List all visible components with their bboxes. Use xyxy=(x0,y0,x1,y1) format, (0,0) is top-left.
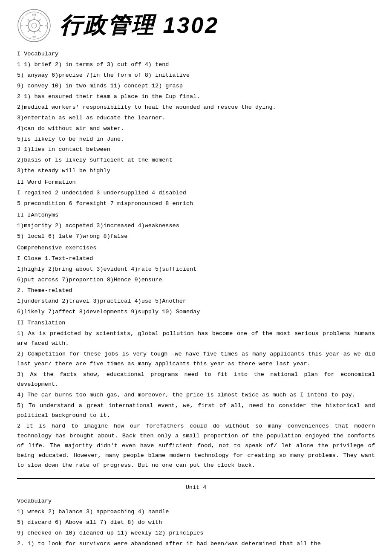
unit4-vocabulary-label: Vocabulary xyxy=(17,497,375,506)
word-formation-line-2: 5 precondition 6 foresight 7 mispronounc… xyxy=(17,199,375,209)
svg-line-11 xyxy=(28,30,30,32)
word-formation-label: II Word Formation xyxy=(17,178,375,188)
vocab-line-1: 1 1) brief 2) in terms of 3) cut off 4) … xyxy=(17,60,375,70)
word-formation-line-1: I regained 2 undecided 3 undersupplied 4… xyxy=(17,188,375,198)
comp-close-line-1: 1)highly 2)bring about 3)evident 4)rate … xyxy=(17,265,375,275)
comp-theme-line-2: 6)likely 7)affect 8)developments 9)suppl… xyxy=(17,307,375,317)
page-header: 石油 管理 中 气 行政管理 1302 xyxy=(17,9,375,43)
comp-close-line-2: 6)put across 7)proportion 8)Hence 9)ensu… xyxy=(17,275,375,285)
translation-label: II Translation xyxy=(17,318,375,328)
vocabulary-label: I Vocabulary xyxy=(17,49,375,59)
vocab2-line-4: 5)is likely to be held in June. xyxy=(17,135,375,145)
translation-4: 4) The car burns too much gas, and moreo… xyxy=(17,390,375,400)
unit4-vocab-line-3: 9) checked on 10) cleaned up 11) weekly … xyxy=(17,529,375,538)
vocab-line-2: 5) anyway 6)precise 7)in the form of 8) … xyxy=(17,71,375,81)
vocab3-line-0: 3 1)lies in contact between xyxy=(17,145,375,155)
unit4-vocab-line-2: 5) discard 6) Above all 7) diet 8) do wi… xyxy=(17,518,375,528)
antonyms-line-2: 5) local 6) late 7)wrong 8)false xyxy=(17,232,375,242)
vocab2-line-2: 3)entertain as well as educate the learn… xyxy=(17,113,375,123)
comp-close-label: I Close 1.Text-related xyxy=(17,254,375,264)
unit4-last-line: 2. 1) to look for survivors were abandon… xyxy=(17,539,375,549)
antonyms-line-1: 1)majority 2) accpeted 3)increased 4)wea… xyxy=(17,221,375,231)
unit4-label: Unit 4 xyxy=(17,483,375,493)
unit4-vocab-line-1: 1) wreck 2) balance 3) approaching 4) ha… xyxy=(17,507,375,517)
vocab2-line-0: 2 1) has ensured their team a place in t… xyxy=(17,92,375,102)
vocab-line-3: 9) convey 10) in two minds 11) concept 1… xyxy=(17,81,375,91)
comp-theme-line-1: 1)understand 2)travel 3)practical 4)use … xyxy=(17,297,375,306)
vocab2-line-3: 4)can do without air and water. xyxy=(17,124,375,134)
main-content: I Vocabulary 1 1) brief 2) in terms of 3… xyxy=(17,49,375,549)
vocab3-line-2: 3)the steady will be highly xyxy=(17,166,375,176)
svg-line-9 xyxy=(38,30,40,32)
vocab3-line-1: 2)basis of is likely sufficient at the m… xyxy=(17,156,375,165)
comprehensive-label: Comprehensive exercises xyxy=(17,243,375,253)
vocab2-line-1: 2)medical workers' responsibility to hea… xyxy=(17,103,375,113)
section-divider xyxy=(17,478,375,479)
svg-text:管理: 管理 xyxy=(32,36,36,38)
svg-point-2 xyxy=(28,20,40,32)
school-logo: 石油 管理 中 气 xyxy=(17,9,51,43)
translation-5: 5) To understand a great international e… xyxy=(17,401,375,421)
comp-theme-label: 2. Theme-related xyxy=(17,286,375,296)
page-title: 行政管理 1302 xyxy=(60,11,219,40)
svg-text:中: 中 xyxy=(21,25,23,27)
translation-1: 1) As is predicted by scientists, global… xyxy=(17,329,375,349)
svg-text:气: 气 xyxy=(45,25,47,27)
svg-text:石油: 石油 xyxy=(32,13,36,16)
svg-line-8 xyxy=(28,19,30,21)
translation-3: 3) As the facts show, educational progra… xyxy=(17,370,375,390)
antonyms-label: II IAntonyms xyxy=(17,211,375,220)
translation-2: 2) Competition for these jobs is very to… xyxy=(17,350,375,369)
translation-6: 2 It is hard to imagine how our forefath… xyxy=(17,422,375,471)
svg-line-10 xyxy=(38,19,40,21)
svg-point-3 xyxy=(32,23,37,28)
